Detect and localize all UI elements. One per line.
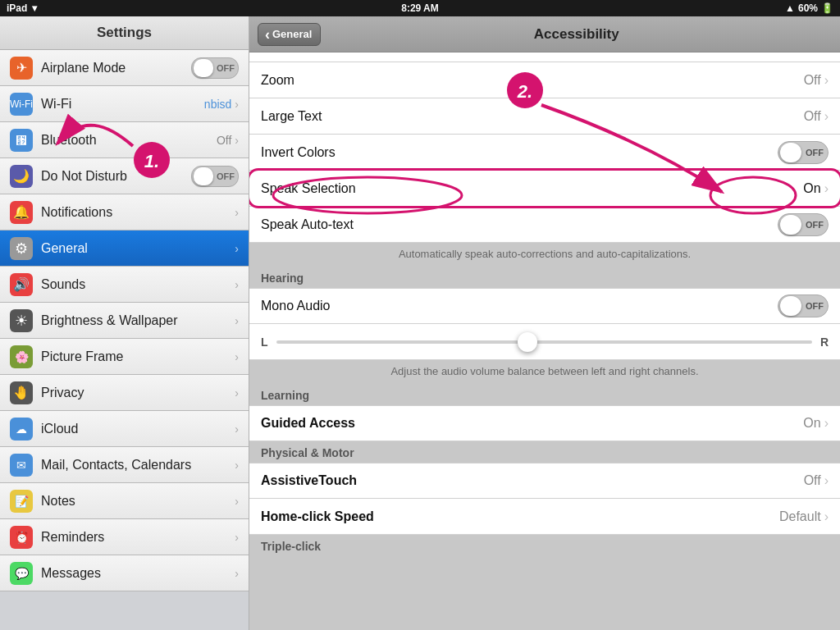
sidebar-item-notes[interactable]: 📝 Notes › — [0, 483, 249, 519]
slider-right-label: R — [820, 336, 829, 349]
physicalmotor-header: Physical & Motor — [249, 441, 840, 463]
hearing-header: Hearing — [249, 267, 840, 288]
sidebar-label-notes: Notes — [41, 494, 235, 509]
sidebar-label-bluetooth: Bluetooth — [41, 133, 217, 148]
sidebar-item-icloud[interactable]: ☁ iCloud › — [0, 411, 249, 447]
airplane-toggle[interactable]: OFF — [191, 57, 239, 79]
speakautotext-label: Speak Auto-text — [261, 217, 778, 232]
largetext-chevron: › — [824, 109, 829, 124]
speakautotext-toggle[interactable]: OFF — [778, 213, 829, 236]
sidebar-item-pictureframe[interactable]: 🌸 Picture Frame › — [0, 339, 249, 375]
assistivetouch-label: AssistiveTouch — [261, 473, 804, 488]
sidebar-label-notifications: Notifications — [41, 205, 235, 220]
sidebar: Settings ✈ Airplane Mode OFF Wi-Fi Wi-Fi… — [0, 16, 249, 630]
wifi-icon: Wi-Fi — [10, 93, 33, 116]
learning-header: Learning — [249, 384, 840, 405]
battery-icon: 🔋 — [821, 2, 833, 14]
largetext-row[interactable]: Large Text Off › — [249, 98, 840, 135]
general-icon: ⚙ — [10, 237, 33, 260]
monoaudio-label: Mono Audio — [261, 299, 778, 313]
pictureframe-icon: 🌸 — [10, 345, 33, 368]
bluetooth-chevron: › — [235, 134, 239, 147]
privacy-chevron: › — [235, 386, 239, 399]
notes-icon: 📝 — [10, 490, 33, 513]
brightness-icon: ☀ — [10, 309, 33, 332]
airplane-icon: ✈ — [10, 57, 33, 80]
balance-slider-track[interactable] — [276, 340, 812, 344]
reminders-icon: ⏰ — [10, 526, 33, 549]
invertcolors-row[interactable]: Invert Colors OFF — [249, 135, 840, 171]
sidebar-item-messages[interactable]: 💬 Messages › — [0, 555, 249, 591]
largetext-value: Off — [804, 109, 821, 124]
sidebar-item-notifications[interactable]: 🔔 Notifications › — [0, 194, 249, 231]
sidebar-label-wifi: Wi-Fi — [41, 97, 204, 112]
status-bar: iPad ▾ 8:29 AM ▲ 60% 🔋 — [0, 0, 840, 16]
notifications-chevron: › — [235, 206, 239, 219]
sidebar-label-reminders: Reminders — [41, 530, 235, 545]
sidebar-label-dnd: Do Not Disturb — [41, 169, 191, 184]
monoaudio-row[interactable]: Mono Audio OFF — [249, 288, 840, 324]
sidebar-label-privacy: Privacy — [41, 386, 235, 400]
invertcolors-label: Invert Colors — [261, 145, 778, 160]
reminders-chevron: › — [235, 531, 239, 544]
speakselection-row[interactable]: Speak Selection On › — [249, 171, 840, 207]
general-chevron: › — [235, 242, 239, 255]
guidedaccess-chevron: › — [824, 416, 829, 431]
speakautotext-row[interactable]: Speak Auto-text OFF — [249, 207, 840, 243]
homeclickspeed-value: Default — [779, 509, 821, 524]
invertcolors-toggle[interactable]: OFF — [778, 141, 829, 164]
homeclickspeed-chevron: › — [824, 509, 829, 524]
sidebar-label-icloud: iCloud — [41, 422, 235, 436]
sidebar-item-privacy[interactable]: 🤚 Privacy › — [0, 375, 249, 411]
icloud-chevron: › — [235, 422, 239, 436]
dnd-toggle[interactable]: OFF — [191, 166, 239, 187]
wifi-value: nbisd — [204, 98, 231, 111]
monoaudio-toggle[interactable]: OFF — [778, 294, 829, 317]
speakautotext-description: Automatically speak auto-corrections and… — [249, 243, 840, 267]
sidebar-item-mail[interactable]: ✉ Mail, Contacts, Calendars › — [0, 447, 249, 483]
icloud-icon: ☁ — [10, 418, 33, 441]
sidebar-item-airplane[interactable]: ✈ Airplane Mode OFF — [0, 50, 249, 86]
guidedaccess-label: Guided Access — [261, 416, 803, 431]
sidebar-label-pictureframe: Picture Frame — [41, 349, 235, 364]
assistivetouch-row[interactable]: AssistiveTouch Off › — [249, 463, 840, 499]
mail-icon: ✉ — [10, 454, 33, 477]
sidebar-label-mail: Mail, Contacts, Calendars — [41, 458, 235, 472]
sidebar-item-brightness[interactable]: ☀ Brightness & Wallpaper › — [0, 303, 249, 339]
signal-icon: ▲ — [785, 2, 795, 14]
homeclickspeed-row[interactable]: Home-click Speed Default › — [249, 499, 840, 535]
slider-left-label: L — [261, 336, 268, 349]
sounds-chevron: › — [235, 278, 239, 291]
zoom-value: Off — [804, 73, 821, 88]
zoom-row[interactable]: Zoom Off › — [249, 62, 840, 98]
balance-slider-row[interactable]: L R — [249, 324, 840, 360]
sidebar-label-messages: Messages — [41, 566, 235, 581]
bluetooth-icon: ␧ — [10, 129, 33, 152]
assistivetouch-chevron: › — [824, 473, 829, 488]
speakselection-label: Speak Selection — [261, 181, 803, 196]
guidedaccess-row[interactable]: Guided Access On › — [249, 405, 840, 441]
homeclickspeed-label: Home-click Speed — [261, 509, 779, 524]
assistivetouch-value: Off — [804, 473, 821, 488]
sidebar-item-sounds[interactable]: 🔊 Sounds › — [0, 267, 249, 303]
sidebar-item-reminders[interactable]: ⏰ Reminders › — [0, 519, 249, 555]
privacy-icon: 🤚 — [10, 381, 33, 404]
bluetooth-value: Off — [217, 134, 231, 147]
speakselection-chevron: › — [824, 181, 829, 196]
sounds-icon: 🔊 — [10, 273, 33, 296]
messages-chevron: › — [235, 567, 239, 580]
sidebar-item-general[interactable]: ⚙ General › — [0, 231, 249, 267]
sidebar-item-dnd[interactable]: 🌙 Do Not Disturb OFF — [0, 158, 249, 194]
back-button[interactable]: General — [258, 23, 321, 46]
speakselection-value: On — [803, 181, 820, 196]
slider-thumb[interactable] — [518, 332, 537, 352]
messages-icon: 💬 — [10, 562, 33, 585]
tripleclick-header: Triple-click — [249, 535, 840, 556]
sidebar-item-bluetooth[interactable]: ␧ Bluetooth Off › — [0, 122, 249, 158]
nav-title: Accessibility — [321, 26, 832, 43]
sidebar-label-airplane: Airplane Mode — [41, 61, 191, 75]
notes-chevron: › — [235, 495, 239, 508]
wifi-status-icon: ▾ — [32, 2, 37, 14]
wifi-chevron: › — [235, 98, 239, 111]
sidebar-item-wifi[interactable]: Wi-Fi Wi-Fi nbisd › — [0, 86, 249, 122]
